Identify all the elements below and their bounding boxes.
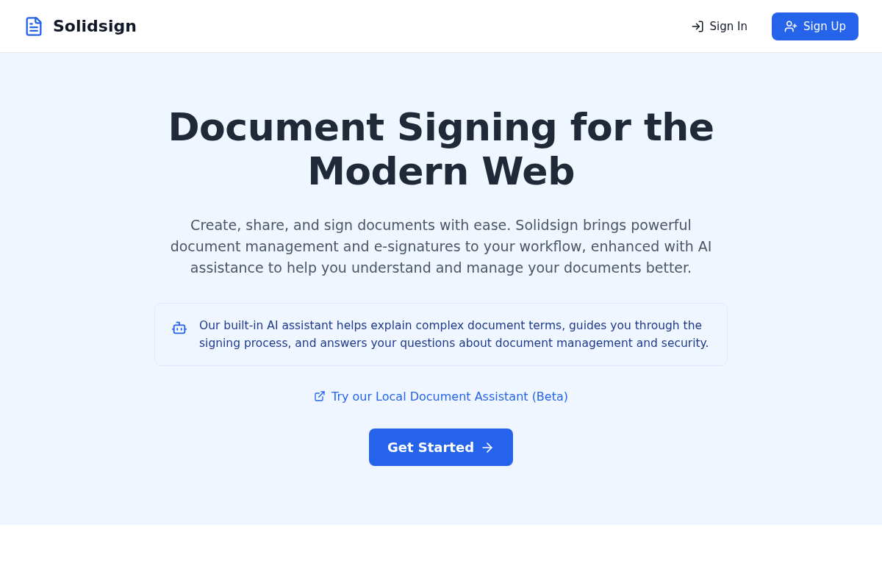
features-section: Everything You Need for Document Signing…	[0, 525, 882, 588]
file-text-icon	[24, 16, 44, 37]
arrow-right-icon	[480, 440, 495, 455]
bot-icon	[171, 320, 187, 336]
ai-callout-text: Our built-in AI assistant helps explain …	[199, 317, 711, 352]
sign-in-label: Sign In	[710, 20, 747, 33]
svg-point-1	[787, 21, 792, 26]
get-started-label: Get Started	[387, 440, 474, 455]
brand-name: Solidsign	[53, 17, 137, 35]
assistant-link[interactable]: Try our Local Document Assistant (Beta)	[314, 390, 568, 404]
ai-callout: Our built-in AI assistant helps explain …	[154, 303, 728, 366]
hero-title: Document Signing for the Modern Web	[88, 106, 794, 194]
features-title: Everything You Need for Document Signing	[24, 584, 858, 588]
sign-up-button[interactable]: Sign Up	[772, 12, 858, 40]
header-actions: Sign In Sign Up	[678, 12, 858, 40]
brand[interactable]: Solidsign	[24, 16, 137, 37]
hero-section: Document Signing for the Modern Web Crea…	[0, 53, 882, 525]
user-plus-icon	[784, 20, 797, 33]
hero-subtitle: Create, share, and sign documents with e…	[154, 215, 728, 279]
log-in-icon	[691, 20, 704, 33]
svg-rect-4	[174, 325, 185, 333]
get-started-button[interactable]: Get Started	[369, 429, 513, 466]
sign-up-label: Sign Up	[803, 20, 846, 33]
sign-in-button[interactable]: Sign In	[678, 12, 760, 40]
external-link-icon	[314, 390, 326, 402]
assistant-link-label: Try our Local Document Assistant (Beta)	[331, 390, 568, 404]
header: Solidsign Sign In Sign Up	[0, 0, 882, 53]
